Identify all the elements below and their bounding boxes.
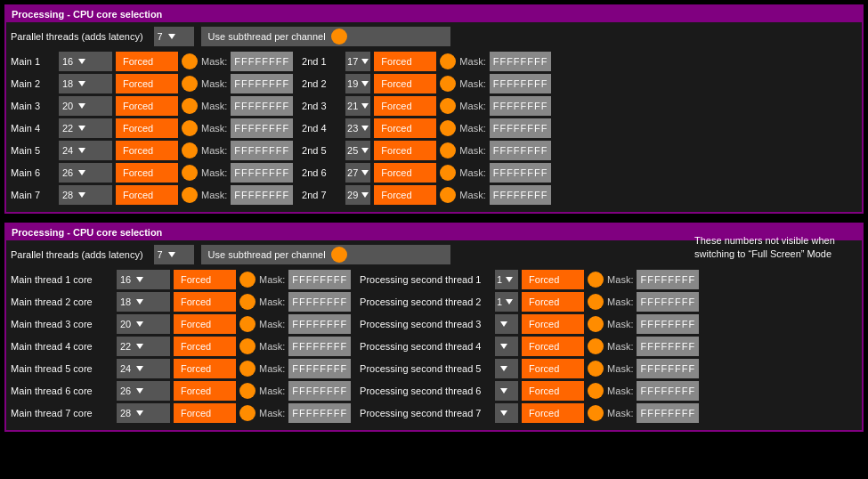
forced-button[interactable]: Forced [174, 270, 236, 289]
sec-val-select[interactable]: 1 [495, 292, 518, 312]
main-label: Main 3 [11, 101, 55, 111]
forced2-button[interactable]: Forced [522, 403, 584, 423]
forced2-toggle-icon[interactable] [588, 294, 604, 310]
forced-toggle-icon[interactable] [239, 405, 256, 421]
forced2-button[interactable]: Forced [522, 381, 584, 401]
forced2-button[interactable]: Forced [374, 52, 436, 71]
mask2-value: FFFFFFFF [490, 118, 552, 138]
main-val-select[interactable]: 28 [59, 185, 112, 205]
main-val-select[interactable]: 16 [59, 52, 112, 71]
panel1-parallel-select[interactable]: 7 [154, 27, 194, 46]
sec-val-select[interactable]: 27 [345, 163, 370, 183]
main-val-select[interactable]: 20 [117, 314, 170, 334]
forced2-toggle-icon[interactable] [588, 316, 604, 332]
forced-button[interactable]: Forced [174, 337, 236, 356]
sec-val-select[interactable] [495, 381, 518, 401]
forced-toggle-icon[interactable] [239, 272, 256, 288]
main-label: Main 1 [11, 56, 55, 67]
main-val-select[interactable]: 26 [59, 163, 112, 183]
forced-button[interactable]: Forced [116, 185, 178, 205]
forced2-toggle-icon[interactable] [588, 383, 604, 399]
arrow-icon [78, 170, 85, 175]
forced-toggle-icon[interactable] [182, 142, 198, 158]
forced-toggle-icon[interactable] [239, 316, 256, 332]
forced-button[interactable]: Forced [174, 292, 236, 312]
forced2-button[interactable]: Forced [374, 141, 436, 160]
forced-button[interactable]: Forced [174, 314, 236, 334]
forced2-toggle-icon[interactable] [440, 76, 456, 92]
forced-toggle-icon[interactable] [239, 294, 256, 310]
sec-val-select[interactable]: 21 [345, 96, 370, 116]
sec-val-select[interactable]: 19 [345, 74, 370, 93]
sec-val-select[interactable]: 23 [345, 118, 370, 138]
arrow-icon [136, 410, 143, 416]
forced2-toggle-icon[interactable] [440, 165, 456, 181]
subthread-toggle-icon2[interactable] [331, 247, 347, 263]
main-val-select[interactable]: 22 [59, 118, 112, 138]
forced-button[interactable]: Forced [174, 403, 236, 423]
forced-toggle-icon[interactable] [182, 98, 198, 114]
sec-val-select[interactable]: 29 [345, 185, 370, 205]
main-val-select[interactable]: 24 [59, 141, 112, 160]
forced2-button[interactable]: Forced [374, 163, 436, 183]
main-val-select[interactable]: 24 [117, 359, 170, 378]
forced-toggle-icon[interactable] [239, 383, 256, 399]
forced2-toggle-icon[interactable] [440, 187, 456, 203]
sec-val-select[interactable] [495, 314, 518, 334]
forced-toggle-icon[interactable] [182, 165, 198, 181]
forced2-toggle-icon[interactable] [440, 98, 456, 114]
arrow-icon2 [361, 170, 369, 175]
main-val-select[interactable]: 18 [117, 292, 170, 312]
sec-val-select[interactable]: 1 [495, 270, 518, 289]
forced-button[interactable]: Forced [116, 74, 178, 93]
main-val-select[interactable]: 20 [59, 96, 112, 116]
main-val-select[interactable]: 18 [59, 74, 112, 93]
forced2-toggle-icon[interactable] [440, 120, 456, 136]
sec-label: 2nd 1 [302, 56, 342, 67]
forced-toggle-icon[interactable] [182, 187, 198, 203]
thread-row: Main thread 5 core 24 Forced Mask: FFFFF… [11, 359, 857, 378]
forced-toggle-icon[interactable] [239, 338, 256, 354]
sec-val-select[interactable] [495, 359, 518, 378]
forced2-toggle-icon[interactable] [588, 272, 604, 288]
sec-label: Processing second thread 1 [360, 274, 491, 285]
forced-button[interactable]: Forced [116, 163, 178, 183]
forced2-toggle-icon[interactable] [440, 142, 456, 158]
forced2-button[interactable]: Forced [522, 314, 584, 334]
forced-button[interactable]: Forced [116, 141, 178, 160]
forced2-button[interactable]: Forced [374, 96, 436, 116]
forced2-button[interactable]: Forced [374, 185, 436, 205]
forced2-toggle-icon[interactable] [440, 53, 456, 69]
forced2-button[interactable]: Forced [374, 74, 436, 93]
panel2-parallel-select[interactable]: 7 [154, 245, 194, 264]
main-val-select[interactable]: 26 [117, 381, 170, 401]
forced2-button[interactable]: Forced [522, 292, 584, 312]
main-val-select[interactable]: 28 [117, 403, 170, 423]
forced2-button[interactable]: Forced [522, 359, 584, 378]
forced-button[interactable]: Forced [174, 381, 236, 401]
sec-val-select[interactable] [495, 337, 518, 356]
forced-toggle-icon[interactable] [182, 120, 198, 136]
sec-val-select[interactable]: 17 [345, 52, 370, 71]
main-val-select[interactable]: 22 [117, 337, 170, 356]
subthread-toggle-icon[interactable] [331, 28, 347, 45]
forced2-button[interactable]: Forced [374, 118, 436, 138]
forced2-toggle-icon[interactable] [588, 405, 604, 421]
thread-row: Main 1 16 Forced Mask: FFFFFFFF 2nd 1 17… [11, 52, 857, 71]
sec-val-select[interactable]: 25 [345, 141, 370, 160]
forced-toggle-icon[interactable] [239, 361, 256, 377]
main-val-select[interactable]: 16 [117, 270, 170, 289]
forced-button[interactable]: Forced [116, 96, 178, 116]
arrow-icon2 [361, 103, 369, 109]
forced2-button[interactable]: Forced [522, 270, 584, 289]
forced-button[interactable]: Forced [116, 118, 178, 138]
forced2-button[interactable]: Forced [522, 337, 584, 356]
forced2-toggle-icon[interactable] [588, 361, 604, 377]
forced2-toggle-icon[interactable] [588, 338, 604, 354]
sec-val-select[interactable] [495, 403, 518, 423]
forced-toggle-icon[interactable] [182, 53, 198, 69]
forced-button[interactable]: Forced [116, 52, 178, 71]
main-label: Main 4 [11, 123, 55, 134]
forced-toggle-icon[interactable] [182, 76, 198, 92]
forced-button[interactable]: Forced [174, 359, 236, 378]
